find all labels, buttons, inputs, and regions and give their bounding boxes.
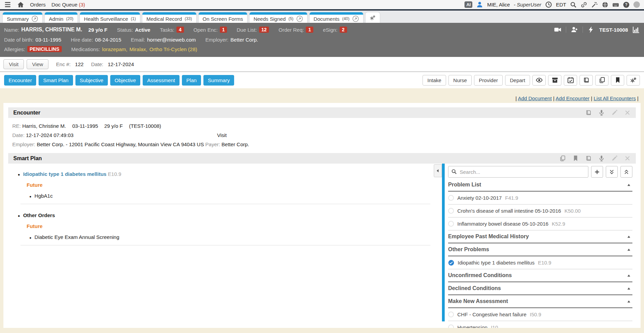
- hamburger-menu-icon[interactable]: [4, 1, 11, 8]
- medication-link-ortho-tri-cyclen-28[interactable]: Ortho Tri-Cyclen (28): [149, 46, 197, 52]
- search-icon[interactable]: [570, 1, 577, 8]
- archive-button[interactable]: [548, 75, 561, 86]
- tab-settings[interactable]: [366, 12, 380, 23]
- radio-circle-icon[interactable]: [448, 324, 454, 328]
- subjective-nav-button[interactable]: Subjective: [75, 75, 108, 86]
- book-icon[interactable]: [585, 109, 592, 116]
- order-req-badge[interactable]: 1: [306, 27, 313, 33]
- allergy-badge[interactable]: PENICILLINS: [27, 46, 62, 52]
- visit-button[interactable]: Visit: [3, 59, 24, 69]
- chevron-double-down-button[interactable]: [606, 166, 618, 178]
- popout-icon[interactable]: [352, 15, 359, 22]
- add-document-link[interactable]: Add Document: [518, 95, 552, 101]
- person-add-icon[interactable]: [571, 26, 578, 33]
- view-button[interactable]: View: [27, 59, 48, 69]
- radio-circle-icon[interactable]: [448, 208, 454, 214]
- section-header-problem-list[interactable]: Problem List: [448, 179, 632, 192]
- nav-doc-queue-link[interactable]: Doc Queue (3): [52, 2, 85, 7]
- smart-plan-nav-button[interactable]: Smart Plan: [39, 75, 73, 86]
- ai-badge[interactable]: AI: [464, 1, 472, 8]
- close-icon[interactable]: [624, 109, 631, 116]
- summary-nav-button[interactable]: Summary: [203, 75, 234, 86]
- condition-item-chf-congestive-heart-failure[interactable]: CHF - Congestive heart failureI50.9: [448, 308, 632, 321]
- objective-nav-button[interactable]: Objective: [110, 75, 141, 86]
- wand-icon[interactable]: [591, 1, 598, 8]
- tab-on-screen-forms[interactable]: On Screen Forms: [199, 12, 247, 23]
- mic-icon[interactable]: [598, 109, 605, 116]
- open-enc-badge[interactable]: 1: [220, 27, 227, 33]
- chevron-double-up-button[interactable]: [620, 166, 632, 178]
- medication-link-lorazepam[interactable]: lorazepam,: [102, 46, 127, 52]
- esign-label: eSign:: [323, 27, 338, 33]
- bolt-icon[interactable]: [587, 26, 595, 33]
- avatar[interactable]: [633, 1, 640, 8]
- pencil-icon[interactable]: [611, 109, 618, 116]
- book-button[interactable]: [579, 75, 593, 86]
- depart-button[interactable]: Depart: [505, 75, 530, 86]
- tab-summary[interactable]: Summary: [3, 12, 42, 23]
- radio-circle-icon[interactable]: [448, 195, 454, 201]
- tasks-count-badge[interactable]: 4: [176, 27, 184, 33]
- topbar-right-group: AI MIE, Alice - SuperUser EDT ?: [464, 1, 640, 8]
- chart-icon[interactable]: [632, 26, 640, 33]
- tab-admin[interactable]: Admin(20): [45, 12, 77, 23]
- link-icon[interactable]: [581, 1, 587, 8]
- section-header-employee-past-medical-history[interactable]: Employee Past Medical History: [448, 230, 632, 243]
- condition-item-hypertension[interactable]: HypertensionI10: [448, 321, 632, 328]
- bookmark-icon[interactable]: [572, 155, 579, 162]
- tab-medical-record[interactable]: Medical Record(33): [142, 12, 196, 23]
- home-icon[interactable]: [17, 1, 24, 8]
- copy-button[interactable]: [595, 75, 609, 86]
- due-list-badge[interactable]: 12: [259, 27, 269, 33]
- condition-item-inflammatory-bowel-disease-05-10-2016[interactable]: Inflammatory bowel disease 05-10-2016K52…: [448, 217, 632, 230]
- section-header-other-problems[interactable]: Other Problems: [448, 243, 632, 256]
- book-icon[interactable]: [585, 155, 592, 162]
- tab-documents[interactable]: Documents(40): [310, 12, 363, 23]
- plan-nav-button[interactable]: Plan: [182, 75, 201, 86]
- clock-icon[interactable]: [545, 1, 552, 8]
- list-all-encounters-link[interactable]: List All Encounters: [594, 95, 636, 101]
- globe-icon[interactable]: [602, 1, 609, 8]
- video-camera-icon[interactable]: [554, 26, 561, 33]
- plus-button[interactable]: [591, 166, 603, 178]
- pencil-icon[interactable]: [611, 155, 618, 162]
- esign-badge[interactable]: 2: [340, 27, 347, 33]
- re-age: 29 y/o F: [104, 123, 123, 129]
- assessment-nav-button[interactable]: Assessment: [143, 75, 180, 86]
- keyboard-icon[interactable]: [612, 1, 619, 8]
- section-header-unconfirmed-conditions[interactable]: Unconfirmed Conditions: [448, 269, 632, 282]
- nav-orders-link[interactable]: Orders: [30, 2, 46, 7]
- icd-code: E10.9: [106, 171, 121, 177]
- help-icon[interactable]: ?: [623, 1, 630, 8]
- condition-item-idiopathic-type-1-diabetes-mellitus[interactable]: Idiopathic type 1 diabetes mellitusE10.9: [448, 256, 632, 269]
- tab-health-surveillance[interactable]: Health Surveillance(1): [80, 12, 140, 23]
- close-icon[interactable]: [624, 155, 631, 162]
- radio-circle-icon[interactable]: [448, 221, 454, 227]
- tab-needs-signed[interactable]: Needs Signed(5): [249, 12, 307, 23]
- calendar-check-button[interactable]: [564, 75, 577, 86]
- panel-collapse-button[interactable]: [434, 164, 442, 177]
- patient-id: TEST-10008: [599, 27, 628, 33]
- nurse-button[interactable]: Nurse: [448, 75, 472, 86]
- add-encounter-link[interactable]: Add Encounter: [556, 95, 589, 101]
- condition-item-anxiety-02-10-2017[interactable]: Anxiety 02-10-2017F41.9: [448, 192, 632, 205]
- condition-item-crohn-s-disease-of-small-intestine-05-10-2016[interactable]: Crohn's disease of small intestine 05-10…: [448, 205, 632, 217]
- bookmark-button[interactable]: [611, 75, 624, 86]
- popout-icon[interactable]: [296, 15, 303, 22]
- medication-link-miralax[interactable]: Miralax,: [129, 46, 147, 52]
- gears-button[interactable]: [627, 75, 640, 86]
- problem-search-input[interactable]: [448, 166, 588, 178]
- radio-circle-icon[interactable]: [448, 312, 454, 317]
- copy-icon[interactable]: [559, 155, 566, 162]
- diagnosis-link[interactable]: Idiopathic type 1 diabetes mellitus: [23, 171, 106, 177]
- svg-text:?: ?: [625, 2, 627, 7]
- intake-button[interactable]: Intake: [423, 75, 446, 86]
- section-header-make-new-assessment[interactable]: Make New Assessment: [448, 295, 632, 308]
- popout-icon[interactable]: [31, 15, 38, 22]
- provider-button[interactable]: Provider: [474, 75, 503, 86]
- user-icon[interactable]: [476, 1, 483, 8]
- encounter-nav-button[interactable]: Encounter: [4, 75, 36, 86]
- mic-icon[interactable]: [598, 155, 605, 162]
- section-header-declined-conditions[interactable]: Declined Conditions: [448, 282, 632, 295]
- eye-button[interactable]: [532, 75, 546, 86]
